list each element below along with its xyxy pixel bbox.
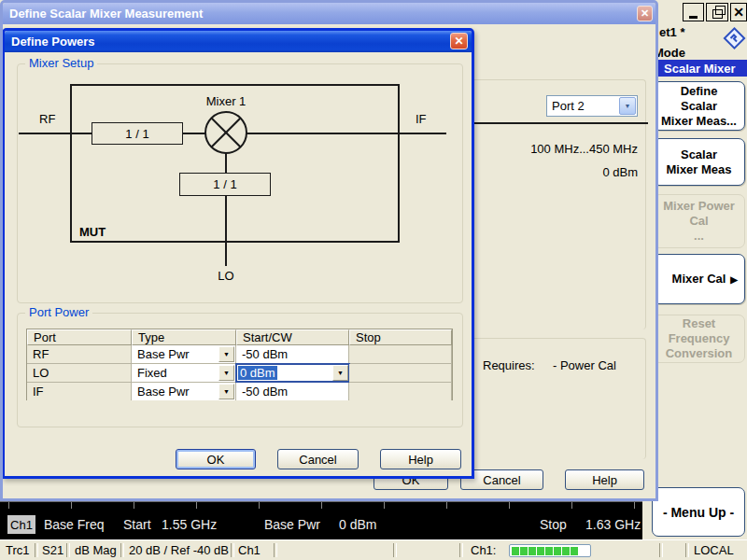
column-header-type: Type [132,329,236,345]
stop-cell [349,364,452,383]
remote-state: LOCAL [694,543,734,558]
separator [231,543,234,557]
softkey-label: Mixer Meas [666,162,731,177]
progress-segment [529,547,536,555]
port-select-combobox[interactable]: Port 2 ▼ [546,95,638,117]
separator [274,543,277,557]
lo-signal-line [225,153,227,266]
progress-segment [520,547,528,555]
column-header-port: Port [27,329,132,345]
separator [659,543,663,557]
base-pwr-label: Base Pwr [264,515,320,534]
table-header-row: Port Type Start/CW Stop [27,329,452,345]
start-value: 1.55 GHz [162,515,217,534]
instrument-screen: ✕ et1 * Mode Scalar Mixer Define Scalar … [0,0,747,560]
trace-status-bar: Trc1 S21 dB Mag 20 dB / Ref -40 dB Ch1 C… [0,539,747,560]
trace-format: dB Mag [75,543,117,558]
softkey-label: ... [694,229,704,244]
chevron-down-icon[interactable]: ▼ [218,384,234,399]
softkey-define-scalar-mixer-meas[interactable]: Define Scalar Mixer Meas... [653,81,745,131]
chevron-down-icon[interactable]: ▼ [218,346,234,362]
stop-cell [349,345,452,364]
close-window-button[interactable]: ✕ [730,3,747,21]
type-dropdown-if[interactable]: Base Pwr ▼ [132,383,236,400]
close-window-button[interactable]: ✕ [637,6,653,21]
start-cw-field-if[interactable]: -50 dBm [236,383,349,400]
trace-channel: Ch1 [238,543,261,558]
progress-segment [512,547,519,555]
trace-name: Trc1 [6,543,30,558]
trace-scale: 20 dB / Ref -40 dB [129,543,229,558]
softkey-label: Cal [689,214,708,229]
progress-segment [537,547,544,555]
menu-up-button[interactable]: - Menu Up - [652,487,745,537]
start-cw-cell-lo: 0 dBm ▼ [236,364,349,383]
channel-status-bar: Ch1 Base Freq Start 1.55 GHz Base Pwr 0 … [0,500,642,539]
column-header-start-cw: Start/CW [236,329,349,345]
rf-port-label: RF [39,112,55,126]
softkey-label: Conversion [666,346,733,361]
mixer-symbol-icon [204,110,248,155]
restore-icon [712,9,723,19]
cancel-button[interactable]: Cancel [277,449,359,469]
ok-button[interactable]: OK [176,449,256,469]
sweep-channel-label: Ch1: [471,543,496,558]
start-cw-combobox-lo[interactable]: 0 dBm ▼ [235,363,350,383]
define-powers-dialog: Define Powers ✕ Mixer Setup Mixer 1 RF I… [2,28,474,479]
table-row: RF Base Pwr ▼ -50 dBm [27,345,452,364]
port-cell: RF [27,345,132,364]
chevron-down-icon[interactable]: ▼ [332,365,348,381]
rf-frequency-ratio: 1 / 1 [92,122,183,145]
start-cw-field-rf[interactable]: -50 dBm [236,345,349,364]
type-dropdown-lo[interactable]: Fixed ▼ [132,364,236,383]
separator [459,543,463,557]
progress-segment [545,547,553,555]
softkey-reset-frequency-conversion: Reset Frequency Conversion [653,315,745,363]
mut-label: MUT [79,225,106,239]
port-cell: IF [27,383,132,400]
selected-value: 0 dBm [238,366,277,380]
start-label: Start [123,515,151,534]
window-title: Define Scalar Mixer Measurement [9,7,203,21]
progress-segment [562,547,570,555]
lo-port-label: LO [207,269,245,283]
type-dropdown-rf[interactable]: Base Pwr ▼ [132,345,236,364]
close-icon: ✕ [454,35,463,48]
softkey-label: Mixer Cal [672,272,726,287]
help-button[interactable]: Help [565,469,644,490]
minimize-button[interactable] [683,3,704,21]
rohde-schwarz-logo-icon [722,26,747,50]
softkey-label: Define [681,84,718,99]
close-dialog-button[interactable]: ✕ [450,33,468,49]
softkey-label: Scalar [681,147,717,162]
dialog-title: Define Powers [11,35,95,49]
group-label: Port Power [25,306,92,319]
restore-button[interactable] [706,3,728,21]
separator [66,543,70,557]
chevron-down-icon[interactable]: ▼ [619,97,636,115]
progress-segment [571,547,578,555]
mode-value-highlight: Scalar Mixer [651,60,747,77]
close-icon: ✕ [733,6,744,19]
stop-value: 1.63 GHz [585,515,641,534]
port-power-table: Port Type Start/CW Stop RF Base Pwr ▼ -5… [26,329,453,400]
chevron-down-icon[interactable]: ▼ [218,365,234,381]
port-cell: LO [27,364,132,383]
close-icon: ✕ [641,7,649,20]
mode-value: Scalar Mixer [664,62,736,76]
separator [685,543,689,557]
separator [35,543,38,557]
s-parameter: S21 [42,543,63,558]
if-port-label: IF [416,112,427,126]
help-button[interactable]: Help [380,449,461,469]
setup-tab-label: et1 * [659,25,684,39]
softkey-scalar-mixer-meas[interactable]: Scalar Mixer Meas [653,138,745,186]
softkey-label: Mixer Power [663,199,735,214]
softkey-mixer-power-cal: Mixer Power Cal ... [653,194,745,248]
window-titlebar: Define Scalar Mixer Measurement [3,3,655,24]
axis-ticks [8,502,640,509]
minimize-icon [689,16,698,19]
softkey-label: Mixer Meas... [661,114,737,129]
base-pwr-value: 0 dBm [339,515,376,534]
softkey-mixer-cal[interactable]: Mixer Cal ▶ [653,254,745,304]
